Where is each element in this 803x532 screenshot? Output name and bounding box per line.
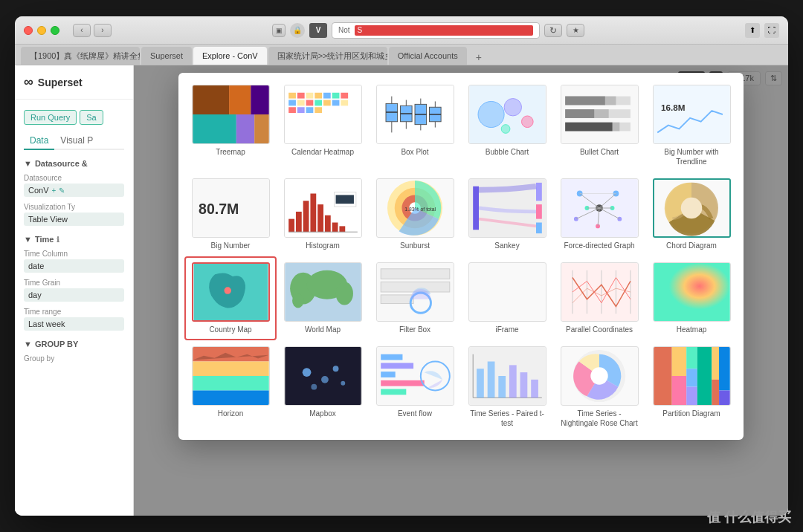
svg-rect-16 (306, 100, 313, 106)
chart-item-country-map[interactable]: Country Map (184, 256, 277, 340)
bookmark-button[interactable]: ★ (567, 24, 584, 37)
world-map-label: World Map (305, 325, 341, 334)
chart-item-filter-box[interactable]: Filter Box (369, 256, 461, 340)
svg-rect-9 (306, 93, 313, 99)
svg-rect-63 (324, 215, 330, 232)
svg-rect-17 (315, 100, 322, 106)
svg-rect-49 (565, 109, 594, 118)
chart-item-bubble[interactable]: Bubble Chart (461, 79, 553, 172)
save-button[interactable]: Sa (80, 110, 103, 125)
chart-item-bignumber-trendline[interactable]: 16.8M Big Number with Trendline (645, 79, 738, 172)
tab-view-button[interactable]: ▣ (272, 24, 286, 37)
chart-item-histogram[interactable]: Histogram (277, 172, 369, 256)
svg-point-39 (478, 101, 504, 127)
tab-0[interactable]: 【1900】真《纸牌屋》精讲全集_哔哔... (21, 47, 140, 65)
svg-rect-10 (315, 93, 322, 99)
heatmap-label: Heatmap (677, 325, 707, 334)
svg-rect-20 (341, 100, 348, 106)
svg-rect-46 (565, 97, 605, 106)
nightingale-label: Time Series - Nightingale Rose Chart (559, 409, 639, 428)
chart-item-calendar[interactable]: Calendar Heatmap (277, 79, 369, 172)
chart-item-horizon[interactable]: Horizon (184, 340, 277, 434)
time-grain-value[interactable]: day (24, 288, 124, 302)
chart-item-force-directed[interactable]: Force-directed Graph (553, 172, 645, 256)
window-controls: ⬆ ⛶ (745, 23, 779, 38)
logo-icon: ∞ (24, 74, 33, 90)
chart-item-nightingale[interactable]: Time Series - Nightingale Rose Chart (553, 340, 645, 434)
modal-overlay: Treemap Calendar Heatmap (134, 65, 788, 516)
svg-rect-120 (654, 263, 729, 321)
chart-item-treemap[interactable]: Treemap (184, 79, 277, 172)
time-range-value[interactable]: Last week (24, 317, 124, 331)
tab-2[interactable]: Explore - ConV (193, 47, 267, 65)
new-tab-button[interactable]: + (471, 50, 486, 65)
svg-text:16.8M: 16.8M (661, 103, 685, 112)
chart-item-mapbox[interactable]: Mapbox (277, 340, 369, 434)
svg-rect-18 (323, 100, 330, 106)
svg-point-40 (504, 99, 521, 116)
svg-rect-19 (332, 100, 339, 106)
country-map-label: Country Map (209, 325, 251, 334)
group-by-field: Group by (15, 351, 133, 367)
chart-item-event-flow[interactable]: Event flow (369, 340, 461, 434)
svg-text:80.7M: 80.7M (199, 201, 239, 217)
chart-item-boxplot[interactable]: Box Plot (369, 79, 461, 172)
fullscreen-icon[interactable]: ⛶ (764, 23, 779, 38)
back-button[interactable]: ‹ (73, 24, 91, 37)
chart-item-sankey[interactable]: Sankey (461, 172, 553, 256)
viz-type-value[interactable]: Table View (24, 213, 124, 226)
svg-rect-75 (473, 186, 479, 230)
data-visual-tabs: Data Visual P (24, 132, 124, 150)
svg-point-148 (590, 367, 607, 384)
action-buttons: Run Query Sa (15, 106, 133, 129)
url-field[interactable]: S (355, 25, 533, 36)
svg-rect-134 (381, 372, 396, 377)
maximize-button[interactable] (51, 26, 59, 35)
svg-rect-13 (341, 93, 348, 99)
bignumber-label: Big Number (211, 241, 251, 250)
chart-item-time-series-paired[interactable]: Time Series - Paired t-test (461, 340, 553, 434)
tab-4[interactable]: Official Accounts (389, 47, 467, 65)
iframe-thumbnail: 🐱 (468, 262, 546, 322)
tab-1[interactable]: Superset (141, 47, 192, 65)
tab-data[interactable]: Data (24, 132, 54, 150)
filter-box-label: Filter Box (399, 325, 430, 334)
chart-item-chord-diagram[interactable]: Chord Diagram (645, 172, 738, 256)
heatmap-thumbnail (653, 262, 731, 322)
svg-rect-12 (332, 93, 339, 99)
chart-item-bignumber[interactable]: 80.7M Big Number (184, 172, 277, 256)
chart-item-bullet[interactable]: Bullet Chart (553, 79, 645, 172)
forward-button[interactable]: › (94, 24, 112, 37)
svg-rect-143 (498, 376, 506, 398)
close-button[interactable] (24, 26, 33, 35)
address-bar[interactable]: Not S (332, 22, 540, 39)
svg-rect-61 (310, 194, 316, 233)
tab-visual[interactable]: Visual P (54, 132, 99, 149)
svg-rect-156 (712, 347, 719, 380)
svg-rect-68 (335, 195, 353, 204)
svg-rect-153 (686, 369, 697, 386)
chart-item-parallel[interactable]: Parallel Coordinates (553, 256, 645, 340)
time-column-value[interactable]: date (24, 259, 124, 273)
chart-item-partition[interactable]: Partition Diagram (645, 340, 738, 434)
chord-diagram-label: Chord Diagram (666, 241, 717, 250)
tab-3[interactable]: 国家统计局>>统计用区划和城乡划... (268, 47, 387, 65)
chart-item-heatmap[interactable]: Heatmap (645, 256, 738, 340)
chart-item-iframe[interactable]: 🐱 iFrame (461, 256, 553, 340)
minimize-button[interactable] (37, 26, 46, 35)
run-query-button[interactable]: Run Query (24, 110, 77, 125)
horizon-label: Horizon (218, 409, 243, 418)
share-icon[interactable]: ⬆ (745, 23, 760, 38)
group-by-section: ▼ GROUP BY (15, 334, 133, 351)
chart-item-world-map[interactable]: World Map (277, 256, 369, 340)
svg-point-129 (311, 384, 317, 390)
reload-button[interactable]: ↻ (544, 24, 562, 37)
tabs-bar: 【1900】真《纸牌屋》精讲全集_哔哔... Superset Explore … (15, 45, 788, 65)
svg-point-127 (321, 376, 329, 383)
svg-rect-132 (381, 354, 402, 360)
datasource-value[interactable]: ConV + ✎ (24, 184, 124, 197)
svg-rect-136 (381, 389, 406, 395)
traffic-lights (24, 26, 59, 35)
chart-item-sunburst[interactable]: 1.83% of total Sunburst (369, 172, 461, 256)
svg-rect-135 (381, 380, 425, 386)
